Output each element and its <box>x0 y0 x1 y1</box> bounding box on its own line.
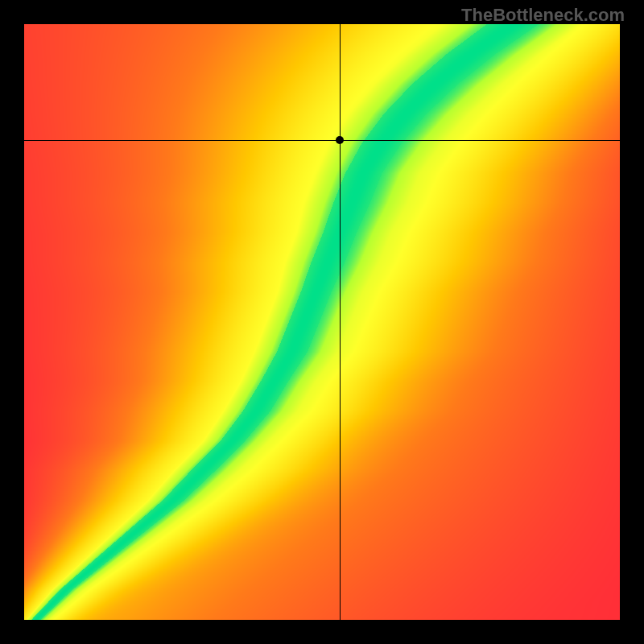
crosshair-vertical <box>340 24 341 620</box>
crosshair-horizontal <box>24 140 620 141</box>
heatmap-plot <box>24 24 620 620</box>
heatmap-canvas <box>24 24 620 620</box>
watermark-text: TheBottleneck.com <box>461 5 625 26</box>
marker-point <box>336 136 344 144</box>
